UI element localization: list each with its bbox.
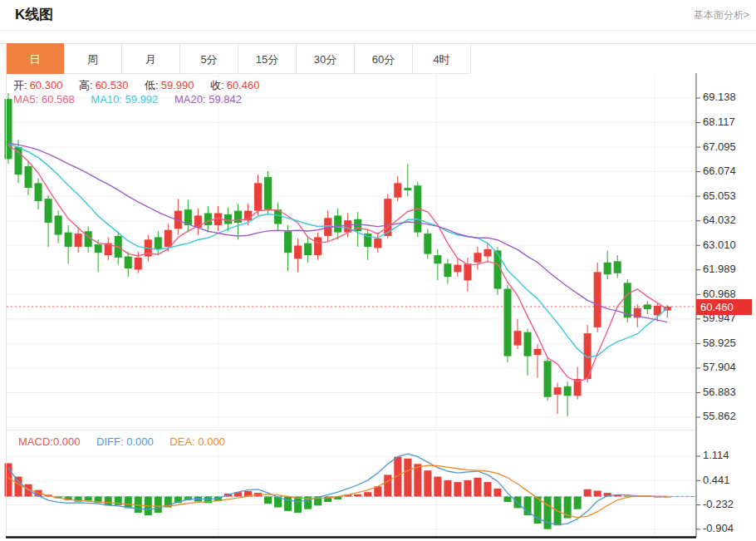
macd-bar (264, 496, 272, 504)
axis-tick-label: 1.114 (703, 449, 729, 461)
candle-body (125, 257, 132, 268)
macd-bar (294, 496, 302, 513)
candle-body (404, 188, 411, 190)
candle-body (294, 246, 302, 259)
candle-body (594, 272, 601, 327)
macd-bar (444, 480, 451, 497)
axis-tick-label: 56.883 (703, 386, 736, 398)
macd-bar (354, 494, 361, 497)
macd-bar (384, 475, 391, 496)
macd-value: 0.000 (53, 435, 81, 448)
high-value: 60.530 (96, 79, 129, 91)
candle-body (254, 183, 262, 210)
candle-body (334, 215, 341, 232)
macd-bar (284, 496, 292, 510)
dea-value: 0.000 (198, 435, 225, 448)
macd-bar (125, 496, 132, 508)
candle-body (544, 361, 552, 396)
macd-bar (454, 482, 461, 496)
dea-label: DEA: (169, 435, 194, 448)
candle-body (234, 211, 242, 223)
macd-bar (364, 492, 371, 496)
macd-label: MACD: (18, 435, 53, 448)
candle-body (65, 233, 72, 247)
axis-tick-label: -0.232 (703, 498, 734, 510)
candle-body (624, 283, 631, 317)
ma20-label: MA20: (174, 93, 206, 106)
axis-tick-label: 63.010 (703, 239, 736, 251)
candle-body (314, 237, 322, 255)
candle-body (394, 183, 401, 197)
diff-value: 0.000 (126, 435, 154, 448)
ma10-label: MA10: (91, 93, 122, 106)
open-label: 开: (13, 79, 27, 91)
macd-bar (464, 480, 471, 497)
macd-bar (414, 464, 421, 496)
macd-bar (484, 482, 491, 496)
macd-plot[interactable] (5, 454, 695, 529)
axis-tick-label: 68.117 (703, 116, 735, 128)
candle-body (164, 230, 172, 247)
candle-body (644, 304, 651, 309)
candle-body (135, 258, 142, 269)
candle-body (224, 214, 232, 224)
axis-tick-label: 69.138 (703, 91, 736, 103)
candle-body (564, 386, 572, 396)
candle-body (474, 253, 481, 263)
candle-body (454, 265, 461, 273)
macd-bar (574, 496, 582, 509)
candle-body (464, 263, 471, 280)
candle-body (344, 220, 351, 232)
macd-bar (85, 496, 92, 500)
axis-tick-label: 58.925 (703, 337, 736, 349)
macd-bar (474, 478, 481, 497)
macd-bar (424, 470, 431, 496)
macd-bar (544, 496, 552, 529)
candle-body (514, 331, 522, 345)
candle-body (55, 215, 62, 234)
candle-body (155, 237, 162, 248)
ma5-label: MA5: (13, 93, 38, 106)
axis-tick-label: 64.032 (703, 214, 736, 226)
axis-tick-label: 66.074 (703, 165, 736, 177)
candle-body (444, 263, 451, 277)
candle-body (424, 234, 431, 254)
candle-body (95, 244, 102, 253)
candle-body (434, 255, 441, 263)
candle-body (374, 239, 381, 248)
axis-tick-label: 65.053 (703, 189, 736, 202)
candle-body (614, 261, 621, 273)
axis-tick-label: 57.904 (703, 361, 736, 373)
macd-bar (504, 496, 512, 502)
candle-body (5, 99, 12, 159)
candle-body (304, 243, 312, 255)
open-value: 60.300 (30, 79, 63, 91)
axis-tick-label: 55.862 (703, 410, 736, 422)
candle-body (484, 249, 491, 257)
candle-body (75, 234, 82, 247)
candle-body (524, 332, 532, 357)
macd-bar (155, 496, 162, 513)
macd-bar (374, 486, 381, 496)
macd-bar (105, 496, 112, 505)
axis-tick-label: -0.904 (703, 522, 734, 534)
low-label: 低: (145, 79, 159, 91)
ma5-value: 60.568 (42, 93, 75, 106)
ma10-value: 59.992 (125, 93, 159, 106)
macd-bar (434, 477, 441, 497)
diff-label: DIFF: (96, 435, 124, 448)
ohlc-readout: 开:60.300 高:60.530 低:59.990 收:60.460 (13, 78, 272, 93)
candle-body (25, 166, 32, 188)
macd-bar (524, 496, 532, 515)
candle-body (554, 387, 562, 395)
high-label: 高: (79, 79, 93, 91)
macd-bar (15, 477, 22, 497)
current-price-badge: 60.460 (696, 299, 752, 315)
ma20-value: 59.842 (209, 93, 242, 106)
candle-body (45, 199, 52, 223)
candle-body (204, 213, 212, 224)
candle-body (264, 177, 272, 209)
candle-body (15, 147, 22, 175)
close-label: 收: (210, 79, 224, 91)
ma5-line (8, 145, 667, 381)
